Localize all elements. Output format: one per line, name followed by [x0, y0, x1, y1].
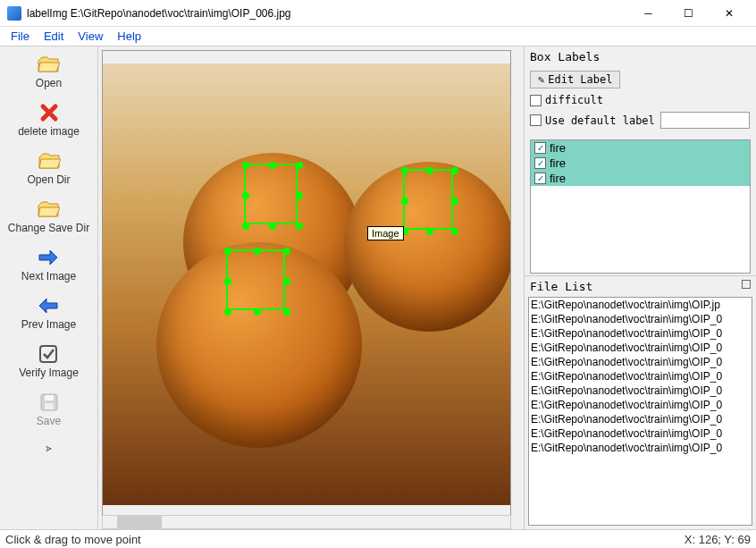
bbox-handle[interactable] — [401, 167, 408, 174]
image-canvas[interactable]: Image — [102, 50, 511, 518]
file-item[interactable]: E:\GitRepo\nanodet\voc\train\img\OIP_0 — [529, 412, 752, 426]
bbox-handle[interactable] — [451, 167, 458, 174]
bbox-handle[interactable] — [254, 248, 261, 255]
bbox-handle[interactable] — [242, 192, 249, 199]
svg-rect-0 — [40, 346, 56, 362]
file-item[interactable]: E:\GitRepo\nanodet\voc\train\img\OIP_0 — [529, 398, 752, 412]
use-default-label-checkbox[interactable] — [530, 114, 542, 126]
file-list[interactable]: E:\GitRepo\nanodet\voc\train\img\OIP.jpE… — [528, 297, 752, 526]
next-image-button[interactable]: Next Image — [21, 247, 76, 282]
file-item[interactable]: E:\GitRepo\nanodet\voc\train\img\OIP_0 — [529, 355, 752, 369]
status-coords: X: 126; Y: 69 — [685, 533, 751, 546]
window-title: labelImg E:\GitRepo\nanodet\voc\train\im… — [27, 7, 628, 20]
close-button[interactable]: ✕ — [709, 0, 749, 27]
left-toolbar: Open delete image Open Dir Change Save D… — [0, 46, 98, 529]
bbox-handle[interactable] — [224, 308, 231, 316]
folder-icon — [37, 150, 62, 172]
bbox-handle[interactable] — [254, 308, 261, 316]
file-item[interactable]: E:\GitRepo\nanodet\voc\train\img\OIP_0 — [529, 341, 752, 355]
toolbar-overflow-icon[interactable]: ⪢ — [45, 443, 54, 453]
delete-label: delete image — [18, 125, 80, 138]
delete-image-button[interactable]: delete image — [18, 102, 80, 138]
menu-view[interactable]: View — [71, 30, 110, 43]
file-item[interactable]: E:\GitRepo\nanodet\voc\train\img\OIP_0 — [529, 326, 752, 341]
label-item[interactable]: ✓fire — [531, 156, 750, 171]
bbox-handle[interactable] — [224, 278, 231, 285]
bbox-handle[interactable] — [242, 162, 249, 169]
bbox-handle[interactable] — [451, 198, 458, 205]
box-labels-title: Box Labels — [525, 46, 756, 67]
file-item[interactable]: E:\GitRepo\nanodet\voc\train\img\OIP_0 — [529, 384, 752, 398]
file-list-title: File List — [525, 275, 756, 297]
bbox-handle[interactable] — [269, 162, 276, 169]
file-item[interactable]: E:\GitRepo\nanodet\voc\train\img\OIP_0 — [529, 441, 752, 455]
arrow-right-icon — [36, 247, 61, 268]
bbox-handle[interactable] — [296, 192, 303, 199]
prev-label: Prev Image — [21, 318, 76, 331]
maximize-button[interactable]: ☐ — [668, 0, 709, 27]
verify-icon — [36, 343, 61, 365]
label-item[interactable]: ✓fire — [531, 140, 750, 156]
difficult-checkbox[interactable] — [530, 95, 542, 106]
edit-label-button[interactable]: ✎Edit Label — [530, 71, 620, 89]
label-name: fire — [550, 156, 566, 170]
bbox-handle[interactable] — [296, 223, 303, 230]
verify-image-button[interactable]: Verify Image — [19, 343, 79, 379]
label-checkbox[interactable]: ✓ — [534, 157, 546, 169]
prev-image-button[interactable]: Prev Image — [21, 295, 76, 331]
menu-edit[interactable]: Edit — [37, 30, 71, 43]
save-label: Save — [37, 415, 61, 427]
canvas-hscrollbar[interactable] — [102, 515, 511, 529]
status-hint: Click & drag to move point — [5, 533, 141, 546]
delete-icon — [37, 102, 62, 123]
bbox-handle[interactable] — [242, 223, 249, 230]
image-tooltip: Image — [367, 226, 404, 240]
change-save-dir-button[interactable]: Change Save Dir — [8, 198, 89, 234]
statusbar: Click & drag to move point X: 126; Y: 69 — [0, 529, 756, 548]
bbox-handle[interactable] — [224, 248, 231, 255]
save-button[interactable]: Save — [37, 392, 62, 427]
label-checkbox[interactable]: ✓ — [534, 142, 546, 154]
open-dir-button[interactable]: Open Dir — [27, 150, 70, 186]
bbox-handle[interactable] — [426, 228, 433, 235]
next-label: Next Image — [21, 270, 76, 282]
bbox-handle[interactable] — [283, 278, 290, 285]
bbox-handle[interactable] — [426, 167, 433, 174]
menu-file[interactable]: File — [4, 30, 37, 43]
save-icon — [37, 392, 62, 413]
difficult-label: difficult — [545, 94, 603, 106]
label-list[interactable]: ✓fire✓fire✓fire — [530, 139, 751, 274]
bbox-handle[interactable] — [451, 228, 458, 235]
svg-rect-2 — [45, 395, 54, 400]
file-item[interactable]: E:\GitRepo\nanodet\voc\train\img\OIP_0 — [529, 369, 752, 384]
dock-icon[interactable] — [742, 280, 751, 289]
open-button[interactable]: Open — [36, 54, 62, 89]
minimize-button[interactable]: ─ — [628, 0, 668, 27]
open-label: Open — [36, 77, 62, 89]
app-icon — [7, 6, 21, 21]
label-checkbox[interactable]: ✓ — [534, 173, 546, 184]
bounding-box[interactable] — [226, 249, 285, 310]
loaded-image — [103, 63, 511, 505]
canvas-area: Image — [98, 46, 524, 529]
right-panel: Box Labels ✎Edit Label difficult Use def… — [524, 46, 756, 529]
bbox-handle[interactable] — [269, 223, 276, 230]
bbox-handle[interactable] — [296, 162, 303, 169]
arrow-left-icon — [36, 295, 61, 316]
svg-rect-3 — [45, 403, 54, 409]
file-item[interactable]: E:\GitRepo\nanodet\voc\train\img\OIP_0 — [529, 426, 752, 441]
changesave-label: Change Save Dir — [8, 222, 89, 234]
bounding-box[interactable] — [403, 169, 453, 230]
label-item[interactable]: ✓fire — [531, 171, 750, 186]
bbox-handle[interactable] — [283, 308, 290, 316]
bounding-box[interactable] — [244, 164, 298, 224]
verify-label: Verify Image — [19, 367, 79, 379]
folder-open-icon — [36, 54, 61, 75]
bbox-handle[interactable] — [283, 248, 290, 255]
file-item[interactable]: E:\GitRepo\nanodet\voc\train\img\OIP.jp — [529, 298, 752, 312]
bbox-handle[interactable] — [401, 198, 408, 205]
file-item[interactable]: E:\GitRepo\nanodet\voc\train\img\OIP_0 — [529, 312, 752, 326]
label-name: fire — [550, 172, 566, 185]
menu-help[interactable]: Help — [110, 30, 148, 43]
default-label-input[interactable] — [660, 112, 750, 129]
